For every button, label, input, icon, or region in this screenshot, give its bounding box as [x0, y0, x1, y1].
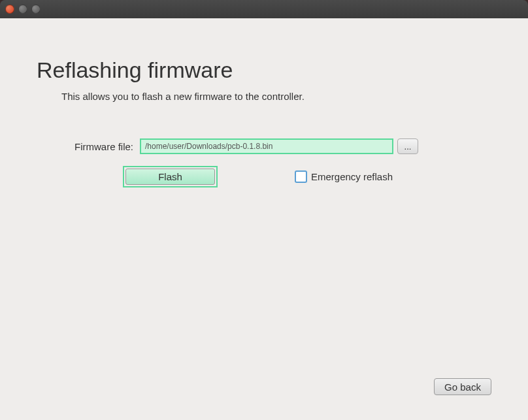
app-window: Reflashing firmware This allows you to f… — [0, 0, 528, 420]
page-subtitle: This allows you to flash a new firmware … — [61, 91, 491, 102]
minimize-icon[interactable] — [18, 5, 27, 14]
firmware-file-label: Firmware file: — [61, 141, 133, 152]
go-back-button[interactable]: Go back — [434, 378, 491, 395]
action-row: Flash Emergency reflash — [123, 166, 491, 187]
page-title: Reflashing firmware — [37, 57, 491, 83]
flash-button-highlight: Flash — [123, 166, 218, 187]
titlebar — [0, 0, 528, 18]
emergency-reflash-label: Emergency reflash — [311, 171, 393, 182]
firmware-file-row: Firmware file: ... — [61, 138, 491, 154]
browse-button[interactable]: ... — [397, 138, 418, 154]
emergency-reflash-option[interactable]: Emergency reflash — [295, 170, 393, 183]
flash-button[interactable]: Flash — [125, 169, 215, 185]
close-icon[interactable] — [5, 5, 14, 14]
content-area: Reflashing firmware This allows you to f… — [0, 18, 528, 420]
emergency-reflash-checkbox[interactable] — [295, 170, 307, 183]
maximize-icon[interactable] — [31, 5, 41, 14]
firmware-file-input[interactable] — [140, 138, 393, 154]
